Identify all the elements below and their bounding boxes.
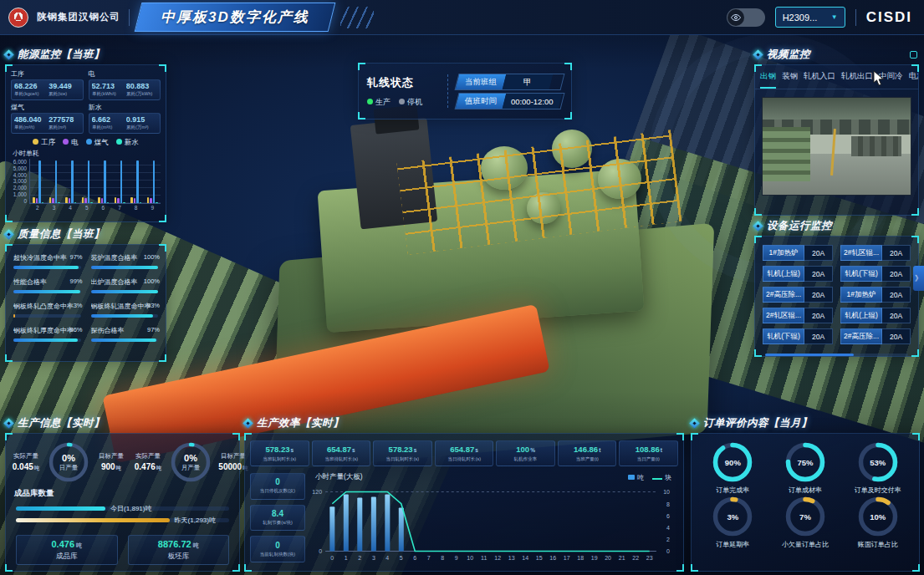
efficiency-stat-4: 100% 轧机作业率: [496, 440, 555, 466]
panel-collapse-tab[interactable]: [913, 266, 924, 291]
warehouse-label: 成品库: [56, 552, 78, 562]
quality-percent: 100%: [144, 253, 160, 261]
panel-expand-icon[interactable]: [910, 51, 917, 59]
quality-grid: 超快冷温度命中率 97%装炉温度合格率 100%性能合格率 99%出炉温度合格率…: [6, 245, 166, 350]
energy-plot: [29, 159, 161, 204]
equipment-value: 20A: [882, 266, 911, 282]
equipment-scrollbar[interactable]: [765, 354, 908, 356]
visibility-toggle[interactable]: [727, 8, 765, 27]
warehouse-value: 8876.72吨: [158, 539, 199, 550]
efficiency-side-stat-2: 0 当前轧制块数(块): [250, 536, 305, 562]
stat-value: 108.86t: [620, 445, 676, 454]
svg-text:3: 3: [372, 555, 375, 561]
video-tab-5[interactable]: 电加热: [909, 71, 919, 82]
legend-item: 电: [63, 138, 79, 148]
stat-value: 578.23s: [252, 445, 308, 454]
svg-text:6: 6: [413, 555, 416, 561]
efficiency-stat-5: 146.86t 当班产量(t): [558, 440, 617, 466]
svg-text:0: 0: [330, 555, 334, 561]
quality-percent: 100%: [144, 277, 160, 285]
quality-percent: 99%: [69, 277, 82, 285]
header-divider: [129, 9, 130, 26]
panel-diamond-icon: [689, 418, 700, 429]
donut-label: 订单及时交付率: [855, 486, 901, 495]
stat-value: 654.87s: [314, 445, 370, 454]
hourly-chart-legend: 吨块: [628, 473, 671, 482]
equipment-name: 轧机(上辊): [763, 266, 804, 282]
energy-value: 39.449: [48, 82, 79, 90]
equipment-item-7: 轧机(上辊) 20A: [840, 308, 911, 323]
quality-item-2: 性能合格率 99%: [13, 277, 81, 293]
energy-bar-group: [65, 159, 76, 203]
stat-label: 当班待轧时长(s): [318, 456, 365, 463]
order-donut-1: 75% 订单成材率: [784, 440, 827, 495]
svg-text:12: 12: [494, 555, 501, 561]
svg-text:7: 7: [427, 555, 431, 561]
video-tab-4[interactable]: 中间冷: [879, 71, 903, 82]
svg-text:0: 0: [319, 549, 322, 555]
order-donut-4: 7% 小欠量订单占比: [782, 495, 829, 549]
panel-title: 能源监控【当班】: [18, 48, 105, 62]
line-status-legend-item: 生产: [367, 97, 391, 108]
divider: [447, 74, 448, 108]
energy-bar-group: [98, 159, 109, 203]
donut-percent: 90%: [711, 440, 754, 484]
legend-item: 块: [652, 473, 671, 482]
equipment-value: 20A: [882, 287, 911, 303]
quality-progress-bar: [91, 266, 159, 269]
legend-item: 煤气: [86, 138, 109, 148]
equipment-item-4: 2#高压除... 20A: [763, 287, 833, 303]
equipment-value: 20A: [804, 328, 833, 344]
energy-unit-label: 累耗(m³): [48, 125, 75, 131]
efficiency-stat-1: 654.87s 当班待轧时长(s): [312, 440, 371, 466]
cctv-equipment-row: [851, 136, 901, 155]
progress-ring: 0% 月产量: [169, 440, 212, 484]
order-donut-0: 90% 订单完成率: [711, 440, 754, 495]
panel-title: 生产效率【实时】: [257, 416, 344, 430]
efficiency-side-stat-0: 0 当日停机次数(次): [250, 473, 305, 500]
svg-text:18: 18: [577, 555, 584, 561]
donut-percent: 75%: [784, 440, 827, 484]
stat-label: 当日待轧时长(s): [441, 456, 488, 463]
equipment-name: 1#加热炉: [763, 245, 804, 261]
actual-value: 0.476吨: [130, 462, 166, 472]
video-tab-3[interactable]: 轧机出口: [841, 71, 873, 82]
cisdi-logo: CISDI: [866, 9, 912, 26]
video-tab-0[interactable]: 出钢: [760, 71, 776, 82]
efficiency-stat-3: 654.87s 当日待轧时长(s): [435, 440, 494, 466]
energy-value: 486.040: [14, 115, 45, 124]
progress-ring: 0% 日产量: [47, 440, 90, 484]
donut-label: 订单成材率: [789, 486, 822, 495]
page-title: 中厚板3D数字化产线: [161, 8, 309, 27]
cctv-roof: [763, 98, 911, 120]
video-tab-1[interactable]: 装钢: [782, 71, 798, 82]
energy-legend: 工序电煤气新水: [6, 138, 166, 148]
equipment-value: 20A: [882, 245, 911, 261]
stock-title: 成品库数量: [6, 486, 239, 499]
energy-y-axis: 6,0005,0004,0003,0002,0001,0000: [8, 159, 29, 204]
warehouse-boxes: 0.476吨 成品库8876.72吨 板坯库: [6, 530, 239, 570]
panel-title: 设备运行监控: [767, 219, 832, 233]
svg-text:13: 13: [508, 555, 515, 561]
quality-info-panel: 质量信息【当班】 超快冷温度命中率 97%装炉温度合格率 100%性能合格率 9…: [5, 226, 166, 362]
scene-select-dropdown[interactable]: H2309...: [775, 7, 845, 28]
quality-progress-bar: [13, 338, 81, 342]
stock-bar-label: 今日(1,891)吨: [110, 504, 151, 513]
cctv-video-thumbnail[interactable]: [762, 97, 911, 196]
video-tabs: 出钢装钢轧机入口轧机出口中间冷电加热: [755, 65, 918, 89]
efficiency-side-stat-1: 8.4 轧制节奏(s/块): [250, 505, 305, 532]
video-tab-2[interactable]: 轧机入口: [804, 71, 835, 82]
energy-group-0: 工序 68.226 单耗(kgce/t) 39.449 累耗(tce): [11, 69, 84, 100]
energy-unit-label: 单耗(m³/t): [14, 125, 41, 131]
svg-text:120: 120: [312, 490, 322, 496]
quality-item-7: 探伤合格率 97%: [91, 326, 159, 342]
energy-x-axis: 23456789: [29, 205, 161, 211]
energy-value: 68.226: [14, 82, 45, 90]
panel-diamond-icon: [3, 229, 14, 240]
energy-group-name: 新水: [89, 103, 161, 112]
svg-text:15: 15: [536, 555, 543, 561]
header-decor-slashes: [340, 7, 374, 28]
stat-value: 0: [252, 477, 304, 486]
svg-text:0: 0: [666, 549, 670, 555]
quality-item-4: 钢板终轧凸度命中率 3%: [13, 302, 81, 318]
